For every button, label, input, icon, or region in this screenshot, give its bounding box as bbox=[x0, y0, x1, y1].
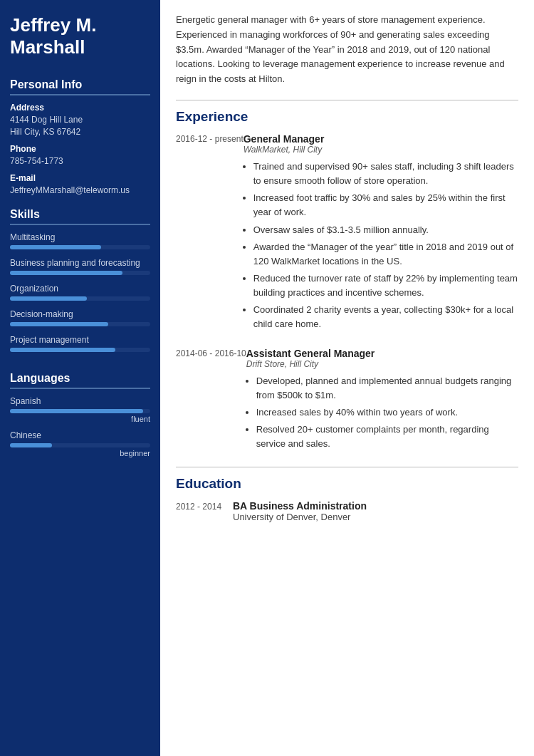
bullet-item: Increased sales by 40% within two years … bbox=[256, 405, 518, 420]
skill-item: Decision-making bbox=[10, 309, 150, 326]
skill-item: Multitasking bbox=[10, 232, 150, 249]
skills-title: Skills bbox=[10, 208, 150, 225]
experience-entry: 2014-06 - 2016-10 Assistant General Mana… bbox=[176, 348, 518, 455]
exp-content: Assistant General Manager Drift Store, H… bbox=[246, 348, 518, 455]
skill-bar-bg bbox=[10, 245, 150, 249]
skill-bar-fill bbox=[10, 322, 108, 326]
bullet-list: Trained and supervised 90+ sales staff, … bbox=[244, 160, 518, 332]
degree-title: BA Business Administration bbox=[233, 500, 367, 512]
skill-name: Project management bbox=[10, 335, 150, 345]
address-line2: Hill City, KS 67642 bbox=[10, 126, 150, 138]
email-value: JeffreyMMarshall@teleworm.us bbox=[10, 185, 150, 197]
skill-bar-fill bbox=[10, 348, 115, 352]
language-item: Chinese beginner bbox=[10, 430, 150, 457]
language-bar-fill bbox=[10, 443, 52, 447]
bullet-item: Coordinated 2 charity events a year, col… bbox=[253, 303, 518, 331]
phone-label: Phone bbox=[10, 144, 150, 154]
exp-date: 2016-12 - present bbox=[176, 133, 244, 335]
full-name: Jeffrey M. Marshall bbox=[10, 14, 150, 58]
skill-bar-fill bbox=[10, 245, 101, 249]
experience-title: Experience bbox=[176, 109, 518, 125]
skill-name: Decision-making bbox=[10, 309, 150, 319]
language-bar-bg bbox=[10, 409, 150, 413]
exp-content: General Manager WalkMarket, Hill City Tr… bbox=[244, 133, 518, 335]
languages-title: Languages bbox=[10, 372, 150, 389]
skills-list: Multitasking Business planning and forec… bbox=[10, 232, 150, 352]
language-item: Spanish fluent bbox=[10, 396, 150, 423]
bullet-item: Awarded the “Manager of the year” title … bbox=[253, 240, 518, 269]
bullet-item: Resolved 20+ customer complaints per mon… bbox=[256, 423, 518, 451]
company-name: Drift Store, Hill City bbox=[246, 359, 518, 369]
experience-list: 2016-12 - present General Manager WalkMa… bbox=[176, 133, 518, 454]
education-title: Education bbox=[176, 476, 518, 492]
address-label: Address bbox=[10, 103, 150, 113]
bullet-list: Developed, planned and implemented annua… bbox=[246, 374, 518, 452]
education-list: 2012 - 2014 BA Business Administration U… bbox=[176, 500, 518, 522]
languages-section: Languages Spanish fluent Chinese beginne… bbox=[0, 365, 160, 469]
main-content: Energetic general manager with 6+ years … bbox=[160, 0, 534, 756]
skill-bar-fill bbox=[10, 296, 87, 301]
language-name: Spanish bbox=[10, 396, 150, 406]
school-name: University of Denver, Denver bbox=[233, 512, 367, 522]
bullet-item: Reduced the turnover rate of staff by 22… bbox=[253, 271, 518, 300]
education-divider bbox=[176, 467, 518, 467]
bullet-item: Trained and supervised 90+ sales staff, … bbox=[253, 160, 518, 188]
email-label: E-mail bbox=[10, 173, 150, 183]
skill-name: Organization bbox=[10, 284, 150, 294]
personal-info-title: Personal Info bbox=[10, 78, 150, 95]
skill-bar-bg bbox=[10, 271, 150, 275]
bullet-item: Developed, planned and implemented annua… bbox=[256, 374, 518, 403]
bullet-item: Oversaw sales of $3.1-3.5 million annual… bbox=[253, 223, 518, 237]
name-section: Jeffrey M. Marshall bbox=[0, 0, 160, 71]
phone-value: 785-754-1773 bbox=[10, 155, 150, 167]
language-level: fluent bbox=[10, 415, 150, 423]
summary: Energetic general manager with 6+ years … bbox=[176, 13, 518, 87]
skill-name: Multitasking bbox=[10, 232, 150, 242]
job-title: General Manager bbox=[244, 133, 518, 145]
skill-item: Organization bbox=[10, 284, 150, 301]
skill-bar-bg bbox=[10, 296, 150, 301]
languages-list: Spanish fluent Chinese beginner bbox=[10, 396, 150, 457]
skill-bar-bg bbox=[10, 322, 150, 326]
skill-item: Project management bbox=[10, 335, 150, 352]
experience-entry: 2016-12 - present General Manager WalkMa… bbox=[176, 133, 518, 335]
exp-date: 2014-06 - 2016-10 bbox=[176, 348, 246, 455]
personal-info-section: Personal Info Address 4144 Dog Hill Lane… bbox=[0, 71, 160, 200]
bullet-item: Increased foot traffic by 30% and sales … bbox=[253, 191, 518, 219]
language-bar-bg bbox=[10, 443, 150, 447]
address-line1: 4144 Dog Hill Lane bbox=[10, 114, 150, 126]
skill-bar-fill bbox=[10, 271, 122, 275]
language-name: Chinese bbox=[10, 430, 150, 440]
experience-divider bbox=[176, 100, 518, 100]
education-entry: 2012 - 2014 BA Business Administration U… bbox=[176, 500, 518, 522]
skills-section: Skills Multitasking Business planning an… bbox=[0, 201, 160, 365]
skill-item: Business planning and forecasting bbox=[10, 258, 150, 275]
skill-name: Business planning and forecasting bbox=[10, 258, 150, 268]
job-title: Assistant General Manager bbox=[246, 348, 518, 359]
company-name: WalkMarket, Hill City bbox=[244, 145, 518, 155]
language-bar-fill bbox=[10, 409, 143, 413]
skill-bar-bg bbox=[10, 348, 150, 352]
sidebar: Jeffrey M. Marshall Personal Info Addres… bbox=[0, 0, 160, 756]
language-level: beginner bbox=[10, 449, 150, 457]
edu-date: 2012 - 2014 bbox=[176, 500, 233, 522]
edu-content: BA Business Administration University of… bbox=[233, 500, 367, 522]
